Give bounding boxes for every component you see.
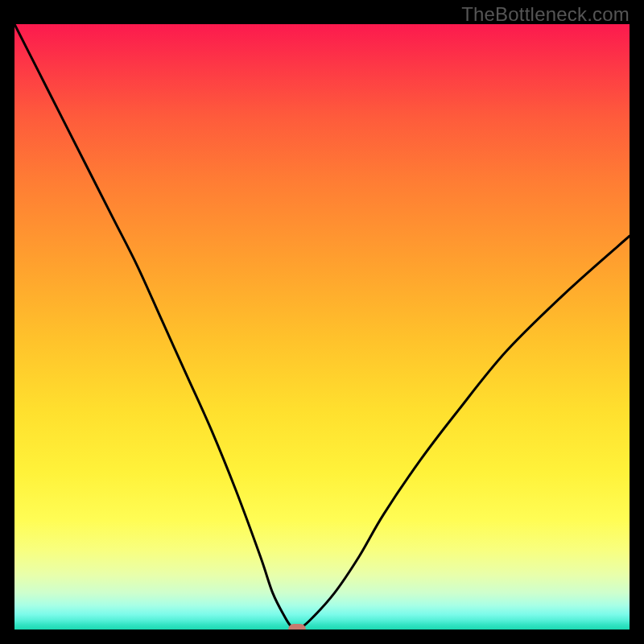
- optimum-marker: [288, 624, 306, 630]
- bottleneck-curve: [14, 24, 630, 630]
- plot-area: [14, 24, 630, 630]
- chart-frame: TheBottleneck.com: [0, 0, 644, 644]
- watermark-text: TheBottleneck.com: [461, 3, 630, 26]
